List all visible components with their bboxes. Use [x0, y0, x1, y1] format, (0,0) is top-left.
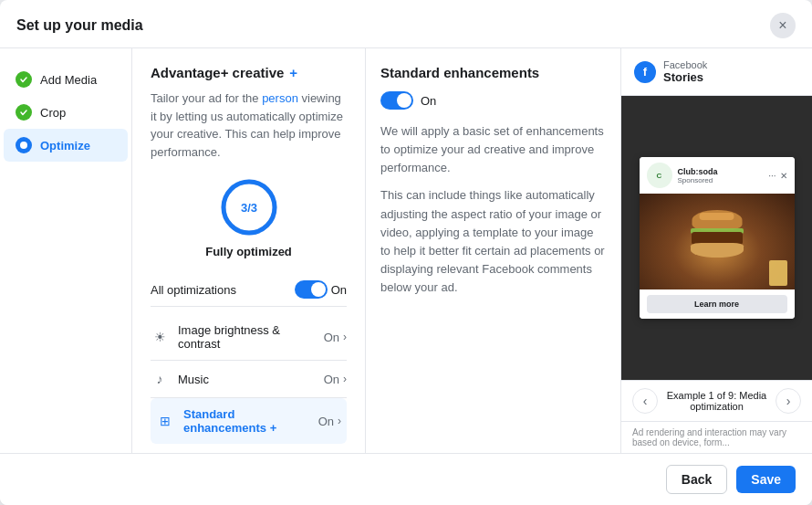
prev-nav-button[interactable]: ‹ [632, 388, 658, 414]
sidebar: Add Media Crop Optimize [0, 48, 132, 453]
check-icon-crop [15, 103, 33, 121]
close-button[interactable]: × [770, 13, 796, 38]
se-desc2: This can include things like automatical… [380, 186, 606, 297]
se-toggle-label: On [421, 94, 436, 108]
chevron-standard: › [338, 415, 341, 427]
sidebar-item-label-add-media: Add Media [40, 73, 97, 87]
preview-platform-text: Facebook Stories [663, 59, 707, 84]
facebook-icon: f [634, 61, 656, 83]
advantage-title: Advantage+ creative [151, 65, 284, 80]
music-label: Music [178, 373, 209, 386]
option-music-left: ♪ Music [151, 370, 209, 388]
circle-container: 3/3 Fully optimized [151, 175, 347, 258]
save-button[interactable]: Save [736, 466, 796, 493]
se-title: Standard enhancements [380, 65, 606, 80]
close-icon[interactable]: ✕ [780, 171, 787, 181]
logo-text: C [657, 172, 662, 180]
advantage-plus: + [289, 65, 297, 80]
modal-body: Add Media Crop Optimize Advantage+ c [0, 48, 812, 453]
standard-icon: ⊞ [156, 412, 174, 430]
option-brightness-right: On › [324, 331, 347, 344]
preview-image-area: C Club:soda Sponsored ··· ✕ [621, 96, 812, 380]
sidebar-item-label-optimize: Optimize [40, 139, 90, 153]
progress-circle: 3/3 [217, 175, 281, 239]
preview-card-footer: Learn more [640, 289, 795, 319]
toggle-on-label: On [331, 283, 347, 297]
all-opts-label: All optimizations [151, 283, 236, 297]
setup-media-modal: Set up your media × Add Media Crop [0, 0, 812, 505]
fries [769, 260, 787, 286]
preview-card-header: C Club:soda Sponsored ··· ✕ [640, 157, 795, 194]
se-toggle-row: On [380, 91, 606, 110]
option-music-right: On › [324, 373, 347, 386]
brightness-icon: ☀ [151, 328, 169, 346]
sidebar-item-optimize[interactable]: Optimize [4, 129, 128, 162]
chevron-music: › [343, 373, 347, 385]
option-music[interactable]: ♪ Music On › [151, 361, 347, 398]
preview-card-actions: ··· ✕ [768, 171, 786, 181]
standard-label: Standard enhancements + [183, 407, 318, 435]
optimize-icon [15, 136, 33, 154]
person-link[interactable]: person [262, 91, 298, 105]
modal-footer: Back Save [0, 453, 812, 505]
modal-header: Set up your media × [0, 0, 812, 48]
preview-top: f Facebook Stories [621, 48, 812, 96]
platform-name: Facebook [663, 59, 707, 70]
advantage-desc-before: Tailor your ad for the [151, 91, 262, 105]
svg-text:3/3: 3/3 [240, 201, 256, 215]
se-toggle-switch[interactable] [380, 91, 413, 110]
se-panel: Standard enhancements On We will apply a… [365, 48, 620, 453]
toggle-switch[interactable] [295, 280, 328, 299]
all-opts-toggle[interactable]: On [295, 280, 347, 299]
music-icon: ♪ [151, 370, 169, 388]
preview-card-info: Club:soda Sponsored [678, 167, 769, 184]
learn-more-button[interactable]: Learn more [647, 295, 787, 313]
burger-bun-bottom [691, 243, 744, 258]
preview-panel: f Facebook Stories C Club:soda Sponsored [620, 48, 812, 453]
preview-burger-img [640, 194, 795, 289]
advantage-desc: Tailor your ad for the person viewing it… [151, 89, 347, 161]
advantage-header: Advantage+ creative + [151, 65, 347, 80]
option-standard[interactable]: ⊞ Standard enhancements + On › [151, 398, 347, 444]
chevron-brightness: › [343, 331, 347, 343]
preview-card-sponsored: Sponsored [678, 176, 769, 184]
next-nav-button[interactable]: › [776, 388, 801, 414]
back-button[interactable]: Back [666, 465, 727, 494]
main-content: Advantage+ creative + Tailor your ad for… [132, 48, 365, 453]
preview-card: C Club:soda Sponsored ··· ✕ [640, 157, 795, 319]
standard-status: On [318, 415, 334, 428]
preview-nav: ‹ Example 1 of 9: Media optimization › [621, 380, 812, 421]
music-status: On [324, 373, 339, 386]
burger-visual [640, 194, 795, 289]
sidebar-item-label-crop: Crop [40, 106, 66, 120]
preview-card-name: Club:soda [678, 167, 769, 176]
modal-title: Set up your media [16, 17, 143, 34]
placement-label: Stories [663, 70, 707, 84]
option-standard-right: On › [318, 415, 341, 428]
more-icon[interactable]: ··· [768, 171, 776, 181]
se-desc1: We will apply a basic set of enhancement… [380, 122, 606, 177]
circle-label: Fully optimized [205, 245, 292, 258]
option-standard-left: ⊞ Standard enhancements + [156, 407, 318, 435]
brightness-label: Image brightness & contrast [178, 323, 324, 351]
option-brightness-left: ☀ Image brightness & contrast [151, 323, 324, 351]
preview-nav-label: Example 1 of 9: Media optimization [658, 390, 776, 412]
check-icon-add-media [15, 70, 33, 89]
option-brightness[interactable]: ☀ Image brightness & contrast On › [151, 314, 347, 361]
all-optimizations-row: All optimizations On [151, 273, 347, 307]
sidebar-item-crop[interactable]: Crop [4, 96, 128, 129]
preview-footer-note: Ad rendering and interaction may vary ba… [621, 421, 812, 453]
preview-card-logo: C [647, 163, 672, 188]
sidebar-item-add-media[interactable]: Add Media [4, 63, 128, 96]
burger-top [692, 210, 742, 230]
brightness-status: On [324, 331, 339, 344]
